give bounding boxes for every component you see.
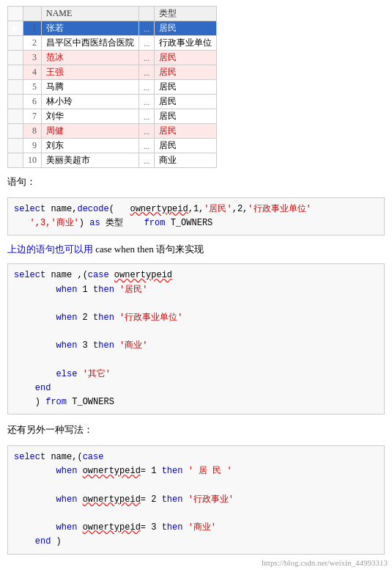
row-id: 4 (23, 65, 42, 80)
col-name-1: name (51, 204, 72, 214)
section3-label-wrap: 还有另外一种写法： (0, 420, 392, 442)
then-kw-5: then (162, 494, 183, 505)
str-qita: '其它' (83, 369, 111, 379)
section2-intro-wrap: 上边的语句也可以用 case when then 语句来实现 (0, 241, 392, 260)
watermark: https://blog.csdn.net/weixin_44993313 (262, 558, 388, 567)
row-type: 居民 (155, 80, 217, 95)
select-kw-1: select (14, 204, 45, 214)
code-box-2: select name ,(case ownertypeid when 1 th… (7, 263, 385, 414)
type-header: 类型 (155, 7, 217, 21)
row-name: 美丽美超市 (42, 153, 139, 168)
when-kw-4: when (56, 466, 78, 476)
when-kw-3: when (56, 340, 78, 351)
row-name: 周健 (42, 124, 139, 139)
row-dots: ... (139, 124, 155, 139)
row-type: 居民 (155, 109, 217, 124)
row-dots: ... (139, 109, 155, 124)
row-type: 居民 (155, 95, 217, 109)
table-row: 2昌平区中西医结合医院...行政事业单位 (8, 36, 217, 51)
else-kw-1: else (56, 369, 78, 379)
row-id: 8 (23, 124, 42, 139)
str-jumin-3: ' 居 民 ' (188, 466, 232, 476)
row-name: 林小玲 (42, 95, 139, 109)
str-jumin-2: '居民' (119, 285, 147, 295)
row-id: 1 (23, 21, 42, 36)
table-row: 8周健...居民 (8, 124, 217, 139)
row-arrow (8, 65, 23, 80)
row-arrow (8, 36, 23, 51)
row-id: 7 (23, 109, 42, 124)
row-arrow (8, 80, 23, 95)
row-arrow (8, 139, 23, 153)
table-owners-1: T_OWNERS (171, 218, 213, 228)
end-kw-1: end (35, 383, 51, 393)
then-kw-6: then (162, 522, 183, 533)
str-zhengfu-2: '行政事业单位' (119, 313, 182, 323)
row-dots: ... (139, 36, 155, 51)
section1-label: 语句： (7, 175, 385, 189)
row-type: 居民 (155, 21, 217, 36)
table-row: 9刘东...居民 (8, 139, 217, 153)
row-dots: ... (139, 95, 155, 109)
str-shangye-1: ',3,'商业' (30, 218, 79, 228)
from-kw-2: from (45, 397, 67, 407)
code-box-3: select name,(case when ownertypeid= 1 th… (7, 445, 385, 554)
row-id: 6 (23, 95, 42, 109)
section2-intro-link: 上边的语句也可以用 (7, 244, 93, 255)
then-kw-1: then (93, 285, 114, 295)
then-kw-3: then (93, 340, 114, 351)
row-arrow (8, 153, 23, 168)
table-row: ▶1张若...居民 (8, 21, 217, 36)
row-dots: ... (139, 51, 155, 65)
then-kw-4: then (162, 466, 183, 476)
when-kw-1: when (56, 285, 78, 295)
id-header (23, 7, 42, 21)
row-arrow (8, 124, 23, 139)
str-zhengfu: '行政事业单位' (248, 204, 311, 214)
row-name: 刘东 (42, 139, 139, 153)
row-dots: ... (139, 21, 155, 36)
table-row: 3范冰...居民 (8, 51, 217, 65)
code-box-1: select name,decode( ownertypeid,1,'居民',2… (7, 197, 385, 235)
ownertypeid-5: ownertypeid (83, 522, 141, 533)
row-dots: ... (139, 80, 155, 95)
ownertypeid-1: ownertypeid (130, 204, 188, 214)
row-type: 商业 (155, 153, 217, 168)
then-kw-2: then (93, 313, 114, 323)
row-name: 王强 (42, 65, 139, 80)
arrow-header (8, 7, 23, 21)
select-kw-2: select (14, 270, 45, 280)
table-row: 7刘华...居民 (8, 109, 217, 124)
case-kw-2: case (83, 452, 104, 462)
row-name: 范冰 (42, 51, 139, 65)
row-type: 居民 (155, 51, 217, 65)
row-type: 居民 (155, 124, 217, 139)
table-section: NAME 类型 ▶1张若...居民2昌平区中西医结合医院...行政事业单位3范冰… (0, 0, 392, 172)
row-id: 5 (23, 80, 42, 95)
ownertypeid-4: ownertypeid (83, 494, 141, 505)
table-owners-2: T_OWNERS (72, 397, 114, 407)
dots-header (139, 7, 155, 21)
end-kw-2: end (35, 536, 51, 547)
row-id: 9 (23, 139, 42, 153)
row-name: 昌平区中西医结合医院 (42, 36, 139, 51)
row-arrow (8, 95, 23, 109)
data-table: NAME 类型 ▶1张若...居民2昌平区中西医结合医院...行政事业单位3范冰… (7, 6, 217, 168)
when-kw-2: when (56, 313, 78, 323)
case-kw-1: case (88, 270, 109, 280)
row-name: 刘华 (42, 109, 139, 124)
table-row: 4王强...居民 (8, 65, 217, 80)
col-name-2: name (51, 270, 72, 280)
row-id: 10 (23, 153, 42, 168)
table-row: 6林小玲...居民 (8, 95, 217, 109)
when-kw-5: when (56, 494, 78, 505)
table-row: 10美丽美超市...商业 (8, 153, 217, 168)
row-dots: ... (139, 153, 155, 168)
row-arrow (8, 109, 23, 124)
when-kw-6: when (56, 522, 78, 533)
col-type-1: 类型 (106, 218, 123, 228)
row-type: 行政事业单位 (155, 36, 217, 51)
ownertypeid-3: ownertypeid (83, 466, 141, 476)
from-kw-1: from (144, 218, 166, 228)
row-dots: ... (139, 139, 155, 153)
